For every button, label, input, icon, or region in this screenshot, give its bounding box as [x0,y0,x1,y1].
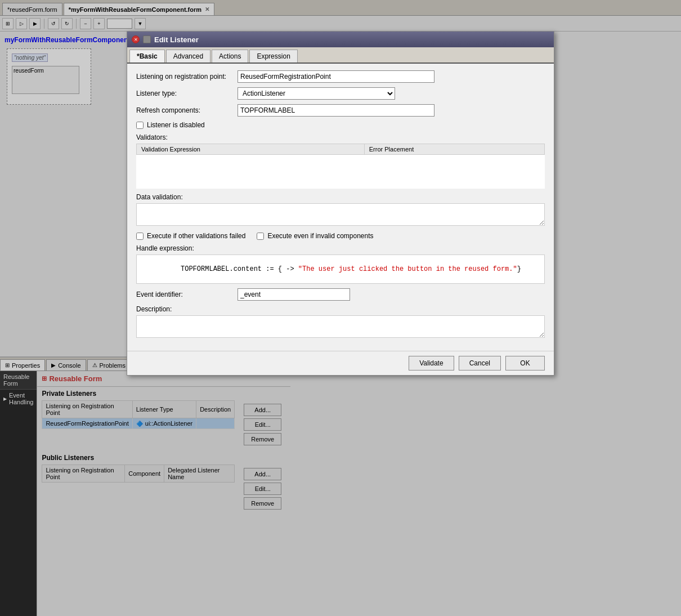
dialog-close-button[interactable]: ✕ [132,35,140,43]
dialog-tab-basic-label: *Basic [137,52,158,60]
description-textarea[interactable] [136,315,545,338]
execute-if-failed-option: Execute if other validations failed [136,232,245,240]
data-validation-textarea[interactable] [136,203,545,226]
listener-disabled-checkbox[interactable] [136,122,144,129]
ok-button[interactable]: OK [505,356,545,371]
listening-on-label: Listening on registration point: [136,73,238,81]
description-label: Description: [136,305,545,313]
execute-even-if-invalid-option: Execute even if invalid components [257,232,373,240]
dialog-tab-basic[interactable]: *Basic [129,50,165,63]
event-identifier-row: Event identifier: [136,288,545,301]
handle-expression-label: Handle expression: [136,244,545,252]
listener-type-row: Listener type: ActionListener [136,87,545,100]
dialog-tab-bar: *Basic Advanced Actions Expression [127,47,554,64]
execute-if-failed-label: Execute if other validations failed [147,232,245,240]
validators-col-expression: Validation Expression [137,144,365,155]
cancel-button[interactable]: Cancel [459,356,501,371]
dialog-titlebar: ✕ Edit Listener [127,32,554,47]
dialog-tab-advanced[interactable]: Advanced [166,50,210,63]
dialog-overlay: ✕ Edit Listener *Basic Advanced Actions … [0,0,681,616]
validators-table: Validation Expression Error Placement [136,144,545,189]
execute-even-if-invalid-checkbox[interactable] [257,233,264,240]
refresh-components-label: Refresh components: [136,106,238,114]
validators-section-label: Validators: [136,133,545,141]
refresh-components-row: Refresh components: [136,104,545,117]
listener-type-select[interactable]: ActionListener [238,87,395,100]
execute-if-failed-checkbox[interactable] [136,233,144,240]
handle-expression-code: TOPFORMLABEL.content := { -> "The user j… [181,265,521,273]
dialog-tab-actions[interactable]: Actions [212,50,248,63]
dialog-footer: Validate Cancel OK [127,351,554,375]
dialog-title-label: Edit Listener [154,35,549,44]
dialog-tab-actions-label: Actions [219,52,241,60]
validators-col-error-placement: Error Placement [364,144,544,155]
dialog-body: Listening on registration point: Listene… [127,64,554,351]
listening-on-input[interactable] [238,70,434,83]
execute-even-if-invalid-label: Execute even if invalid components [267,232,373,240]
dialog-tab-expression-label: Expression [257,52,290,60]
listener-disabled-row: Listener is disabled [136,121,545,129]
edit-listener-dialog: ✕ Edit Listener *Basic Advanced Actions … [127,31,554,376]
handle-expression-area[interactable]: TOPFORMLABEL.content := { -> "The user j… [136,255,545,284]
listener-disabled-label: Listener is disabled [147,121,205,129]
dialog-tab-advanced-label: Advanced [173,52,203,60]
dialog-min-button[interactable] [143,35,151,43]
validation-options: Execute if other validations failed Exec… [136,232,545,240]
listening-on-row: Listening on registration point: [136,70,545,83]
listener-type-label: Listener type: [136,90,238,97]
refresh-components-input[interactable] [238,104,434,117]
validate-button[interactable]: Validate [409,356,454,371]
event-identifier-input[interactable] [238,288,350,301]
event-identifier-label: Event identifier: [136,291,238,298]
data-validation-label: Data validation: [136,193,545,201]
dialog-tab-expression[interactable]: Expression [249,50,297,63]
